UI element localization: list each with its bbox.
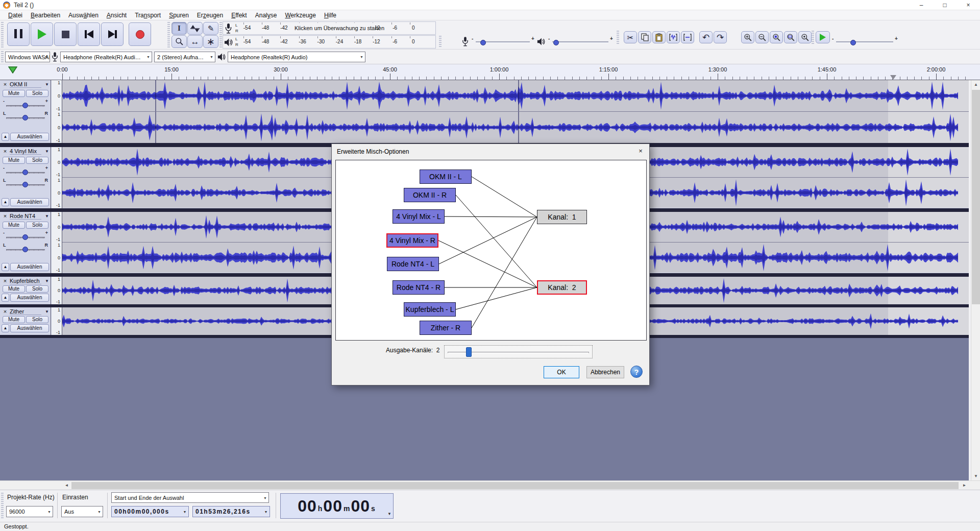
collapse-button[interactable]: ▲ [2, 198, 9, 206]
skip-to-end-button[interactable] [101, 22, 124, 46]
menu-item-auswählen[interactable]: Auswählen [64, 10, 103, 20]
track-menu-icon[interactable]: ▼ [45, 279, 49, 283]
zoom-toggle-button[interactable] [798, 31, 812, 43]
gain-slider-thumb[interactable] [22, 170, 28, 175]
record-volume-slider[interactable] [476, 41, 530, 43]
selbar-gripper[interactable] [1, 493, 4, 518]
undo-button[interactable]: ↶ [699, 31, 713, 43]
pan-slider-thumb[interactable] [22, 182, 28, 187]
solo-button[interactable]: Solo [26, 316, 48, 323]
track-menu-icon[interactable]: ▼ [45, 82, 49, 87]
scroll-right-icon[interactable]: ► [960, 481, 969, 490]
record-channels-combo[interactable]: 2 (Stereo) Aufnahmekanäle▼ [154, 52, 215, 62]
mixer-box-rode-r[interactable]: Rode NT4 - R [393, 280, 445, 295]
copy-button[interactable] [638, 31, 651, 43]
pan-slider[interactable]: LR [3, 112, 48, 121]
multi-tool-button[interactable]: ∗ [203, 35, 218, 48]
selection-mode-combo[interactable]: Start und Ende der Auswahl▼ [111, 492, 269, 503]
solo-button[interactable]: Solo [26, 90, 48, 97]
playback-volume-slider[interactable] [552, 41, 608, 43]
scroll-down-icon[interactable]: ▼ [971, 472, 980, 480]
track-name[interactable]: 4 Vinyl Mix [10, 148, 41, 155]
track-close-icon[interactable]: × [2, 308, 9, 315]
scroll-left-icon[interactable]: ◄ [62, 481, 71, 490]
dialog-close-icon[interactable]: × [632, 144, 649, 158]
gain-slider[interactable]: -+ [3, 166, 48, 176]
project-rate-combo[interactable]: 96000▼ [6, 506, 53, 517]
mixer-box-okm-r[interactable]: OKM II - R [404, 188, 456, 202]
silence-audio-button[interactable] [681, 31, 694, 43]
pan-slider[interactable]: LR [3, 179, 48, 188]
mute-button[interactable]: Mute [3, 222, 25, 229]
envelope-tool-button[interactable] [187, 22, 203, 35]
track-menu-icon[interactable]: ▼ [45, 149, 49, 154]
gain-slider[interactable]: -+ [3, 100, 48, 109]
mixer-box-rode-l[interactable]: Rode NT4 - L [387, 257, 439, 271]
device-gripper[interactable] [1, 51, 4, 63]
mixer-box-vinyl-r[interactable]: 4 Vinyl Mix - R [386, 233, 438, 248]
timeshift-tool-button[interactable]: ↔ [187, 35, 203, 48]
play-at-speed-button[interactable] [816, 31, 830, 43]
dialog-title-bar[interactable]: Erweiterte Misch-Optionen × [332, 144, 649, 159]
mute-button[interactable]: Mute [3, 285, 25, 293]
menu-item-transport[interactable]: Transport [131, 10, 165, 20]
meter-gripper[interactable] [219, 22, 222, 47]
collapse-button[interactable]: ▲ [2, 133, 9, 141]
gain-slider-thumb[interactable] [22, 234, 28, 240]
mute-button[interactable]: Mute [3, 316, 25, 323]
playback-volume-thumb[interactable] [553, 40, 559, 45]
menu-item-hilfe[interactable]: Hilfe [320, 10, 340, 20]
menu-item-spuren[interactable]: Spuren [165, 10, 193, 20]
zoom-out-button[interactable] [755, 31, 769, 43]
maximize-button[interactable]: □ [933, 0, 957, 10]
ok-button[interactable]: OK [544, 366, 579, 378]
horizontal-scrollbar[interactable]: ◄ ► [0, 480, 980, 490]
skip-to-start-button[interactable] [78, 22, 100, 46]
zoom-selection-button[interactable] [770, 31, 783, 43]
mixer-gripper[interactable] [439, 36, 442, 48]
track-control-panel[interactable]: ×Zither▼MuteSolo▲Auswählen [0, 307, 51, 335]
selection-start-field[interactable]: 00h00m00,000s▼ [111, 506, 189, 517]
play-button[interactable] [31, 22, 53, 46]
solo-button[interactable]: Solo [26, 285, 48, 293]
waveform[interactable] [62, 80, 969, 111]
horizontal-scrollbar-thumb[interactable] [71, 482, 959, 489]
track-vertical-ruler[interactable]: 10-1 [52, 277, 62, 304]
mixer-box-vinyl-l[interactable]: 4 Vinyl Mix - L [393, 209, 445, 224]
play-at-speed-gripper[interactable] [812, 31, 814, 45]
transport-gripper[interactable] [1, 22, 4, 47]
paste-button[interactable] [652, 31, 666, 43]
selection-tool-button[interactable]: I [172, 22, 187, 35]
minimize-button[interactable]: – [910, 0, 933, 10]
cut-button[interactable]: ✂ [624, 31, 637, 43]
select-button[interactable]: Auswählen [10, 263, 49, 271]
cancel-button[interactable]: Abbrechen [586, 366, 624, 378]
menu-item-bearbeiten[interactable]: Bearbeiten [27, 10, 64, 20]
menu-item-werkzeuge[interactable]: Werkzeuge [281, 10, 320, 20]
track-menu-icon[interactable]: ▼ [45, 214, 49, 219]
redo-button[interactable]: ↷ [714, 31, 727, 43]
menu-item-effekt[interactable]: Effekt [227, 10, 251, 20]
track-menu-icon[interactable]: ▼ [45, 309, 49, 314]
track-name[interactable]: OKM II [10, 81, 41, 88]
waveform-channel[interactable] [62, 80, 969, 111]
track-name[interactable]: Zither [10, 308, 41, 315]
vertical-scrollbar[interactable]: ▲ ▼ [971, 80, 980, 480]
track-vertical-ruler[interactable]: 10-110-1 [52, 80, 62, 143]
mixer-box-ch1[interactable]: Kanal: 1 [537, 210, 587, 224]
track-control-panel[interactable]: ×4 Vinyl Mix▼MuteSolo-+LR▲Auswählen [0, 147, 51, 208]
select-button[interactable]: Auswählen [10, 324, 49, 332]
record-volume-thumb[interactable] [480, 40, 486, 45]
track-name[interactable]: Rode NT4 [10, 213, 41, 220]
snap-combo[interactable]: Aus▼ [61, 506, 103, 517]
menu-item-erzeugen[interactable]: Erzeugen [193, 10, 227, 20]
menu-item-datei[interactable]: Datei [4, 10, 27, 20]
track-vertical-ruler[interactable]: 10-1 [52, 307, 62, 335]
track-close-icon[interactable]: × [2, 148, 9, 155]
track-close-icon[interactable]: × [2, 213, 9, 220]
track-vertical-ruler[interactable]: 10-110-1 [52, 212, 62, 273]
zoom-in-button[interactable] [741, 31, 754, 43]
track-close-icon[interactable]: × [2, 278, 9, 284]
selection-end-field[interactable]: 01h53m26,216s▼ [192, 506, 270, 517]
mute-button[interactable]: Mute [3, 157, 25, 164]
